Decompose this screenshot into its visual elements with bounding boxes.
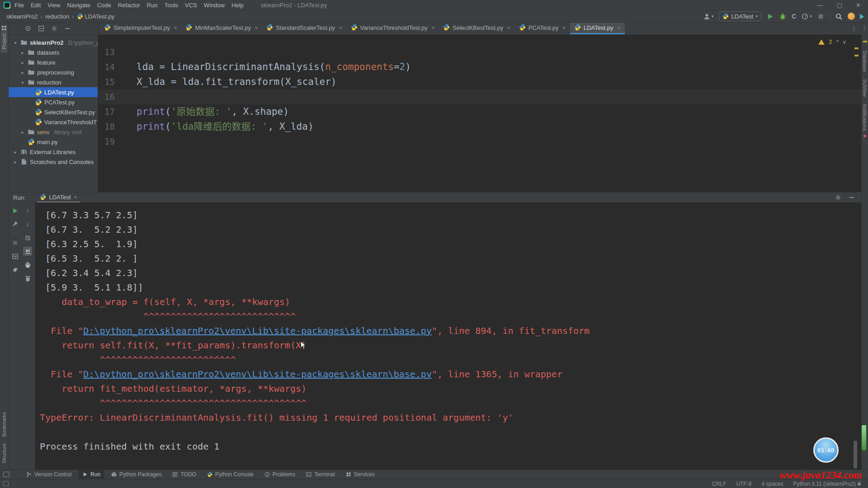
code-line-16[interactable]: 16 bbox=[98, 89, 861, 104]
tab-pcatest-py[interactable]: PCATest.py✕ bbox=[515, 23, 570, 34]
tree-item-external-libraries[interactable]: ▸External Libraries bbox=[9, 147, 98, 157]
status-4-spaces[interactable]: 4 spaces bbox=[761, 481, 783, 487]
clear-console-button[interactable] bbox=[23, 274, 32, 283]
breadcrumb-item-ldatest-py[interactable]: LDATest.py bbox=[77, 13, 115, 20]
tree-item-feature[interactable]: ▸feature bbox=[9, 57, 98, 67]
close-icon[interactable]: ✕ bbox=[174, 25, 177, 30]
tree-item-ldatest-py[interactable]: LDATest.py bbox=[9, 87, 98, 97]
tree-item-variancethresholdt[interactable]: VarianceThresholdT bbox=[9, 117, 98, 127]
stop-button[interactable] bbox=[817, 13, 825, 20]
tab-options-kebab-icon[interactable]: ⋮ bbox=[847, 23, 861, 34]
readonly-lock-icon[interactable] bbox=[857, 481, 862, 486]
maximize-button[interactable]: ▢ bbox=[837, 2, 842, 9]
menu-item-help[interactable]: Help bbox=[231, 2, 244, 9]
toolwindow-button-services[interactable]: Services bbox=[342, 470, 379, 479]
close-icon[interactable]: ✕ bbox=[255, 25, 258, 30]
menu-item-navigate[interactable]: Navigate bbox=[67, 2, 90, 9]
inspection-widget[interactable]: 2 ^ v bbox=[818, 38, 846, 45]
stripe-tab-notifications[interactable]: Notifications bbox=[862, 100, 868, 141]
menu-item-view[interactable]: View bbox=[47, 2, 60, 9]
tab-ldatest-py[interactable]: LDATest.py✕ bbox=[570, 23, 625, 34]
toolwindow-button-problems[interactable]: Problems bbox=[260, 470, 300, 479]
coverage-button[interactable]: C bbox=[792, 13, 796, 20]
pin-button[interactable] bbox=[10, 265, 19, 274]
tab-standardscalertest-py[interactable]: StandardScalerTest.py✕ bbox=[262, 23, 346, 34]
code-line-17[interactable]: 17print('原始数据: ', X.shape) bbox=[98, 104, 861, 119]
stop-button[interactable] bbox=[10, 238, 19, 247]
profile-button[interactable]: ▾ bbox=[703, 13, 714, 20]
run-button[interactable] bbox=[766, 13, 774, 20]
stripe-tab-bookmarks[interactable]: Bookmarks bbox=[1, 409, 7, 440]
editor[interactable]: 1314lda = LinearDiscriminantAnalysis(n_c… bbox=[98, 35, 861, 192]
menu-item-run[interactable]: Run bbox=[147, 2, 158, 9]
minimize-button[interactable]: — bbox=[817, 2, 823, 9]
code-line-19[interactable]: 19 bbox=[98, 134, 861, 149]
stripe-tab-sciview[interactable]: SciView bbox=[862, 75, 868, 100]
menu-item-refactor[interactable]: Refactor bbox=[118, 2, 140, 9]
tree-item-datasets[interactable]: ▸datasets bbox=[9, 47, 98, 57]
menu-item-edit[interactable]: Edit bbox=[31, 2, 41, 9]
run-configuration-select[interactable]: LDATest ▾ bbox=[719, 11, 762, 21]
next-problem-icon[interactable]: v bbox=[843, 38, 846, 45]
soft-wrap-button[interactable] bbox=[23, 233, 32, 242]
toolwindow-button-run[interactable]: Run bbox=[78, 470, 104, 479]
layout-widget-icon[interactable] bbox=[3, 472, 9, 477]
status-utf-8[interactable]: UTF-8 bbox=[736, 481, 751, 487]
status-python-3-11-sklearnpro2-[interactable]: Python 3.11 (sklearnPro2) bbox=[793, 481, 856, 487]
stripe-tab-database[interactable]: Database bbox=[862, 47, 868, 75]
hide-panel-icon[interactable] bbox=[849, 194, 855, 201]
down-stack-trace-button[interactable]: ↓ bbox=[23, 220, 32, 229]
stripe-tab-project[interactable]: Project bbox=[1, 31, 7, 52]
tree-item-venv[interactable]: ▸venvlibrary root bbox=[9, 127, 98, 137]
toolwindow-button-python-console[interactable]: Python Console bbox=[203, 470, 258, 479]
close-icon[interactable]: ✕ bbox=[562, 25, 566, 30]
tree-item-pcatest-py[interactable]: PCATest.py bbox=[9, 97, 98, 107]
close-icon[interactable]: ✕ bbox=[339, 25, 342, 30]
code-line-15[interactable]: 15X_lda = lda.fit_transform(X_scaler) bbox=[98, 75, 861, 89]
toolwindow-button-version-control[interactable]: Version Control bbox=[22, 470, 75, 479]
gear-icon[interactable] bbox=[835, 194, 841, 201]
stacktrace-file-link[interactable]: D:\python_pro\sklearnPro2\venv\Lib\site-… bbox=[83, 369, 432, 380]
restore-layout-button[interactable] bbox=[10, 252, 19, 261]
close-button[interactable]: ✕ bbox=[856, 2, 861, 9]
locate-file-icon[interactable] bbox=[25, 25, 31, 32]
prev-problem-icon[interactable]: ^ bbox=[836, 38, 839, 45]
tab-variancethresholdtest-py[interactable]: VarianceThresholdTest.py✕ bbox=[347, 23, 439, 34]
run-tab[interactable]: LDATest ✕ bbox=[37, 192, 80, 202]
tree-item-scratches-and-consoles[interactable]: ▸Scratches and Consoles bbox=[9, 157, 98, 167]
close-icon[interactable]: ✕ bbox=[507, 25, 510, 30]
breadcrumb-item-sklearnpro2[interactable]: sklearnPro2 bbox=[6, 13, 38, 20]
close-icon[interactable]: ✕ bbox=[431, 25, 435, 30]
hide-panel-icon[interactable] bbox=[64, 25, 71, 32]
code-line-13[interactable]: 13 bbox=[98, 45, 861, 60]
tree-item-main-py[interactable]: main.py bbox=[9, 137, 98, 147]
settings-sync-icon[interactable] bbox=[848, 13, 855, 20]
tree-item-reduction[interactable]: ▾reduction bbox=[9, 77, 98, 87]
breadcrumb-item-reduction[interactable]: reduction bbox=[45, 13, 69, 20]
menu-item-file[interactable]: File bbox=[14, 2, 24, 9]
rerun-button[interactable] bbox=[10, 206, 19, 215]
tree-item-preprocessing[interactable]: ▸preprocessing bbox=[9, 67, 98, 77]
tab-minmaxscalertest-py[interactable]: MinMaxScalerTest.py✕ bbox=[181, 23, 262, 34]
code-line-14[interactable]: 14lda = LinearDiscriminantAnalysis(n_com… bbox=[98, 60, 861, 75]
run-console[interactable]: [6.7 3.3 5.7 2.5] [6.7 3. 5.2 2.3] [6.3 … bbox=[35, 202, 861, 469]
search-everywhere-button[interactable] bbox=[835, 13, 843, 20]
menu-item-code[interactable]: Code bbox=[97, 2, 111, 9]
edit-configuration-button[interactable] bbox=[10, 220, 19, 229]
print-button[interactable] bbox=[23, 260, 32, 269]
stacktrace-file-link[interactable]: D:\python_pro\sklearnPro2\venv\Lib\site-… bbox=[83, 325, 432, 336]
code-line-18[interactable]: 18print('lda降维后的数据: ', X_lda) bbox=[98, 119, 861, 134]
debug-button[interactable] bbox=[779, 13, 787, 20]
tab-selectkbesttest-py[interactable]: SelectKBestTest.py✕ bbox=[439, 23, 514, 34]
up-stack-trace-button[interactable]: ↑ bbox=[23, 206, 32, 215]
collapse-all-icon[interactable] bbox=[38, 25, 44, 32]
console-scrollbar-thumb[interactable] bbox=[854, 441, 857, 469]
profiler-button[interactable]: ▾ bbox=[801, 13, 812, 20]
tab-simpleimputertest-py[interactable]: SimpleImputerTest.py✕ bbox=[100, 23, 181, 34]
toolwindow-button-python-packages[interactable]: Python Packages bbox=[107, 470, 165, 479]
toolwindow-button-todo[interactable]: TODO bbox=[168, 470, 200, 479]
close-icon[interactable]: ✕ bbox=[74, 195, 77, 200]
gear-icon[interactable] bbox=[51, 25, 57, 32]
tool-window-toggle-icon[interactable] bbox=[3, 481, 9, 486]
toolwindow-button-terminal[interactable]: Terminal bbox=[302, 470, 339, 479]
